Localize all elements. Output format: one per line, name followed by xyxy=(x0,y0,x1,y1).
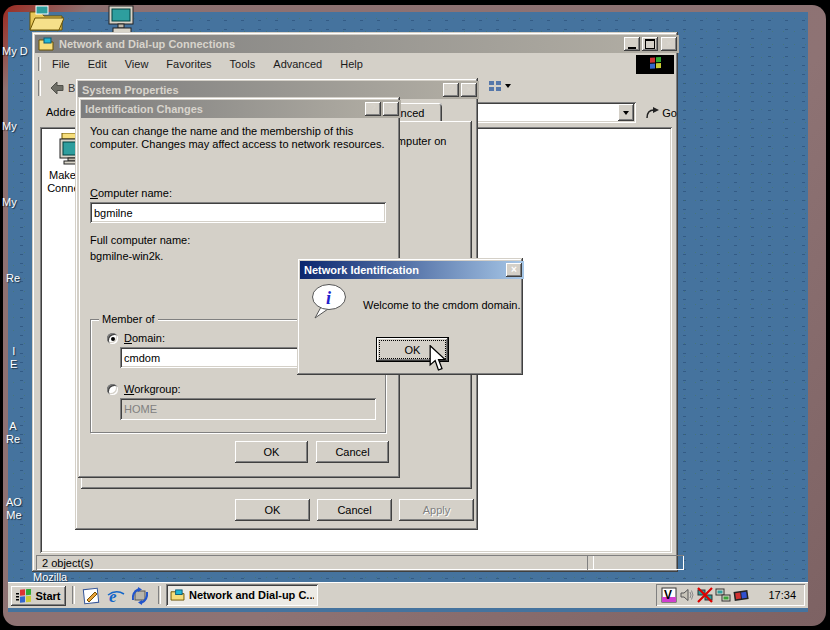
workgroup-input xyxy=(120,398,376,420)
quicklaunch-desktop-icon[interactable] xyxy=(82,586,102,606)
info-balloon-icon: i xyxy=(310,283,350,321)
start-windows-flag-icon xyxy=(16,589,32,604)
computer-name-input[interactable] xyxy=(90,202,386,223)
go-button[interactable]: Go xyxy=(644,102,678,123)
start-button[interactable]: Start xyxy=(11,586,66,606)
window-titlebar[interactable]: Network and Dial-up Connections × xyxy=(35,35,679,53)
desktop-label-recycle-bin[interactable]: Re xyxy=(6,272,20,285)
svg-text:i: i xyxy=(326,288,331,308)
maximize-button[interactable] xyxy=(642,37,658,51)
task-button-folder-icon xyxy=(170,589,185,601)
desktop-label-ao-me[interactable]: AO Me xyxy=(6,496,22,522)
full-name-value: bgmilne-win2k. xyxy=(90,250,163,262)
workgroup-radio[interactable] xyxy=(107,384,118,395)
start-label: Start xyxy=(35,590,60,602)
tray-clock[interactable]: 17:34 xyxy=(768,589,796,601)
sysprop-close-button[interactable]: × xyxy=(461,83,477,97)
menu-help[interactable]: Help xyxy=(331,55,372,73)
taskbar-separator xyxy=(72,586,75,604)
svg-text:e: e xyxy=(109,587,117,606)
domain-label[interactable]: Domain: xyxy=(124,332,165,344)
status-panel-2 xyxy=(587,555,684,570)
idchanges-title: Identification Changes xyxy=(85,103,203,115)
menu-advanced[interactable]: Advanced xyxy=(264,55,331,73)
idchanges-cancel-button[interactable]: Cancel xyxy=(316,441,389,463)
taskbar: Start e xyxy=(8,582,808,608)
idchanges-ok-button[interactable]: OK xyxy=(235,441,308,463)
desktop-label-my-network[interactable]: My xyxy=(2,196,17,209)
minimize-button[interactable] xyxy=(624,37,640,51)
msgbox-close-button[interactable]: × xyxy=(506,263,522,277)
tray-volume-icon[interactable] xyxy=(679,587,695,603)
screen: My D My My Re I E A Re AO Me Mozilla Net… xyxy=(0,0,830,630)
sysprop-help-button[interactable]: ? xyxy=(443,83,459,97)
desktop-label-my-computer[interactable]: My xyxy=(2,120,17,133)
menu-view[interactable]: View xyxy=(116,55,158,73)
full-name-label: Full computer name: xyxy=(90,234,190,246)
tray-keyboard-layout-icon[interactable] xyxy=(733,587,749,603)
idchanges-description: You can change the name and the membersh… xyxy=(90,125,390,151)
tray-network-disconnected-icon[interactable] xyxy=(697,587,713,603)
mouse-cursor xyxy=(429,345,447,372)
workgroup-label[interactable]: Workgroup: xyxy=(124,383,181,395)
views-dropdown-arrow xyxy=(505,84,511,88)
idchanges-help-button[interactable]: ? xyxy=(365,102,381,116)
desktop-label-my-documents[interactable]: My D xyxy=(2,45,28,58)
domain-radio[interactable] xyxy=(107,333,118,344)
sysprop-cancel-button[interactable]: Cancel xyxy=(317,499,392,521)
menu-bar: File Edit View Favorites Tools Advanced … xyxy=(36,54,674,74)
idchanges-close-button[interactable]: × xyxy=(383,102,399,116)
quicklaunch-outlook-icon[interactable] xyxy=(130,586,150,606)
msgbox-titlebar[interactable]: Network Identification × xyxy=(300,261,524,279)
idchanges-titlebar[interactable]: Identification Changes ? × xyxy=(81,100,401,118)
menu-tools[interactable]: Tools xyxy=(221,55,265,73)
member-of-label: Member of xyxy=(99,313,158,325)
task-button-label: Network and Dial-up C... xyxy=(189,589,314,601)
sysprop-apply-button: Apply xyxy=(399,499,474,521)
back-arrow-icon xyxy=(49,81,65,95)
go-label: Go xyxy=(662,107,677,119)
tray-vnc-icon[interactable]: V xyxy=(661,587,677,603)
window-title: Network and Dial-up Connections xyxy=(59,38,235,50)
desktop-label-a-re[interactable]: A Re xyxy=(6,420,20,446)
msgbox-title: Network Identification xyxy=(304,264,419,276)
desktop-folder-icon[interactable] xyxy=(28,2,64,32)
status-text: 2 object(s) xyxy=(36,555,594,570)
tray-network-icon[interactable] xyxy=(715,587,731,603)
msgbox-message: Welcome to the cmdom domain. xyxy=(363,299,521,311)
menu-favorites[interactable]: Favorites xyxy=(157,55,220,73)
views-grid-icon xyxy=(488,80,502,92)
go-arrow-icon xyxy=(645,106,660,119)
network-identification-msgbox: Network Identification × i Welcome to th… xyxy=(297,258,523,375)
taskbar-separator-2 xyxy=(158,586,161,604)
views-button[interactable] xyxy=(484,78,515,94)
sysprop-title: System Properties xyxy=(82,84,179,96)
status-bar: 2 object(s) xyxy=(36,555,674,571)
sysprop-ok-button[interactable]: OK xyxy=(235,499,310,521)
menu-edit[interactable]: Edit xyxy=(79,55,116,73)
windows-logo-throbber xyxy=(636,55,674,74)
menu-file[interactable]: File xyxy=(43,55,79,73)
svg-text:V: V xyxy=(664,588,672,602)
system-tray: V 17:34 xyxy=(656,584,805,606)
windows-flag-icon xyxy=(647,57,663,71)
address-dropdown-button[interactable] xyxy=(618,104,634,121)
desktop-label-internet-explorer[interactable]: I E xyxy=(10,345,17,371)
window-folder-icon xyxy=(38,37,54,51)
computer-name-label: Computer name: xyxy=(90,187,172,199)
close-button[interactable]: × xyxy=(661,37,677,51)
task-button-network-connections[interactable]: Network and Dial-up C... xyxy=(166,584,318,606)
quicklaunch-internet-explorer-icon[interactable]: e xyxy=(106,586,126,606)
